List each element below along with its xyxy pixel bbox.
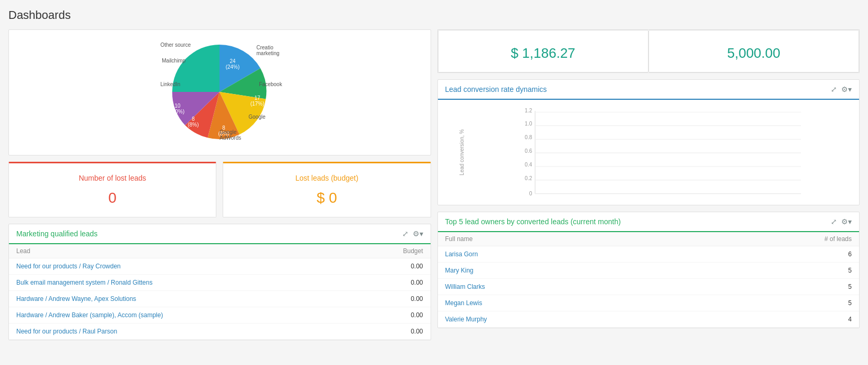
lost-leads-budget-value: $ 0	[232, 190, 422, 206]
svg-text:1.2: 1.2	[525, 108, 532, 113]
pie-ext-label-creatio: Creatiomarketing	[256, 45, 279, 56]
pie-ext-label-linkedin: LinkedIn	[160, 81, 180, 87]
svg-text:1.0: 1.0	[525, 121, 532, 127]
pie-chart-card: 24 (24%) 17 (17%) 8 (8%) 8 (8%) 10 (10%)	[8, 29, 431, 155]
marketing-leads-table-title: Marketing qualified leads	[16, 230, 98, 238]
marketing-leads-settings-icon[interactable]: ⚙▾	[413, 230, 423, 238]
marketing-leads-table: Lead Budget Need for our products / Ray …	[9, 244, 431, 340]
top5-lead-count: 4	[679, 311, 859, 328]
top5-leads-header-row: Full name # of leads	[438, 232, 860, 246]
marketing-lead-budget: 0.00	[356, 324, 431, 340]
marketing-leads-table-header-row: Lead Budget	[9, 244, 431, 258]
pie-label-linkedin-pct: (8%)	[188, 122, 199, 128]
marketing-lead-name[interactable]: Need for our products / Ray Crowden	[9, 258, 356, 275]
top5-leads-row: Mary King 5	[438, 263, 860, 279]
marketing-leads-row: Bulk email management system / Ronald Gi…	[9, 275, 431, 291]
marketing-lead-budget: 0.00	[356, 291, 431, 307]
lead-conversion-svg: 0 0.2 0.4 0.6 0.8 1.0 1.2	[464, 105, 854, 200]
pie-label-creatio-pct: (24%)	[226, 64, 240, 70]
marketing-lead-budget: 0.00	[356, 275, 431, 291]
top5-lead-count: 5	[679, 263, 859, 279]
top5-leads-settings-icon[interactable]: ⚙▾	[841, 217, 852, 226]
marketing-leads-row: Hardware / Andrew Wayne, Apex Solutions …	[9, 291, 431, 307]
top5-lead-count: 6	[679, 246, 859, 263]
top5-leads-row: Valerie Murphy 4	[438, 311, 860, 328]
lost-leads-row: Number of lost leads 0 Lost leads (budge…	[8, 162, 431, 217]
svg-text:0.2: 0.2	[525, 175, 532, 181]
top5-lead-name[interactable]: William Clarks	[438, 279, 680, 295]
kpi-value-2: 5,000.00	[657, 45, 850, 61]
top5-leads-table-card: Top 5 lead owners by converted leads (cu…	[437, 212, 860, 328]
marketing-leads-table-card: Marketing qualified leads ⤢ ⚙▾ Lead Budg…	[8, 224, 431, 340]
marketing-lead-name[interactable]: Hardware / Andrew Wayne, Apex Solutions	[9, 291, 356, 307]
marketing-lead-name[interactable]: Bulk email management system / Ronald Gi…	[9, 275, 356, 291]
top5-leads-actions: ⤢ ⚙▾	[831, 217, 852, 226]
top5-leads-row: Larisa Gorn 6	[438, 246, 860, 263]
svg-text:0.4: 0.4	[525, 162, 532, 168]
left-column: 24 (24%) 17 (17%) 8 (8%) 8 (8%) 10 (10%)	[8, 29, 431, 340]
top5-leads-expand-icon[interactable]: ⤢	[831, 217, 837, 226]
marketing-leads-expand-icon[interactable]: ⤢	[402, 230, 409, 238]
marketing-leads-row: Need for our products / Ray Crowden 0.00	[9, 258, 431, 275]
lost-leads-number-title: Number of lost leads	[17, 174, 207, 182]
pie-label-mailchimp: 10	[175, 103, 181, 109]
pie-ext-label-mailchimp: Mailchimp	[162, 58, 185, 64]
pie-chart-svg-wrapper: 24 (24%) 17 (17%) 8 (8%) 8 (8%) 10 (10%)	[162, 39, 277, 146]
col-budget: Budget	[356, 244, 431, 258]
top5-leads-table: Full name # of leads Larisa Gorn 6 Mary …	[438, 232, 860, 328]
svg-text:0: 0	[529, 191, 532, 196]
col-num-leads: # of leads	[679, 232, 859, 246]
lost-leads-budget-card: Lost leads (budget) $ 0	[223, 162, 431, 217]
marketing-leads-table-header: Marketing qualified leads ⤢ ⚙▾	[9, 224, 431, 244]
marketing-lead-budget: 0.00	[356, 307, 431, 324]
pie-label-creatio: 24	[230, 58, 236, 64]
lost-leads-number-card: Number of lost leads 0	[8, 162, 216, 217]
marketing-leads-row: Need for our products / Raul Parson 0.00	[9, 324, 431, 340]
col-fullname: Full name	[438, 232, 680, 246]
lead-conversion-settings-icon[interactable]: ⚙▾	[841, 85, 852, 93]
pie-ext-label-adwords: GoogleAdWords	[219, 129, 241, 141]
top5-lead-name[interactable]: Mary King	[438, 263, 680, 279]
top5-lead-count: 5	[679, 295, 859, 311]
pie-chart-wrapper: 24 (24%) 17 (17%) 8 (8%) 8 (8%) 10 (10%)	[162, 39, 277, 146]
top5-lead-name[interactable]: Megan Lewis	[438, 295, 680, 311]
kpi-wrapper: $ 1,186.27 5,000.00	[437, 29, 860, 73]
right-column: $ 1,186.27 5,000.00 Lead conversion rate…	[437, 29, 860, 340]
top5-leads-table-title: Top 5 lead owners by converted leads (cu…	[445, 217, 621, 226]
svg-text:0.8: 0.8	[525, 134, 532, 140]
lost-leads-number-value: 0	[17, 190, 207, 206]
kpi-card-2: 5,000.00	[649, 30, 859, 72]
svg-text:0.6: 0.6	[525, 148, 532, 154]
lead-conversion-chart-header: Lead conversion rate dynamics ⤢ ⚙▾	[438, 80, 860, 100]
top5-leads-row: Megan Lewis 5	[438, 295, 860, 311]
kpi-card-1: $ 1,186.27	[438, 30, 649, 72]
marketing-leads-actions: ⤢ ⚙▾	[402, 230, 423, 238]
page-title: Dashboards	[8, 8, 860, 22]
pie-label-mailchimp-pct: (10%)	[171, 109, 185, 114]
pie-ext-label-other: Other source	[160, 42, 191, 48]
top5-lead-name[interactable]: Larisa Gorn	[438, 246, 680, 263]
col-lead: Lead	[9, 244, 356, 258]
lead-conversion-chart-card: Lead conversion rate dynamics ⤢ ⚙▾ Lead …	[437, 79, 860, 205]
marketing-leads-row: Hardware / Andrew Baker (sample), Accom …	[9, 307, 431, 324]
top5-leads-table-header: Top 5 lead owners by converted leads (cu…	[438, 212, 860, 232]
lead-conversion-chart-title: Lead conversion rate dynamics	[445, 85, 547, 93]
y-axis-label: Lead conversion, %	[459, 129, 465, 175]
pie-label-linkedin: 8	[192, 116, 195, 122]
marketing-lead-name[interactable]: Hardware / Andrew Baker (sample), Accom …	[9, 307, 356, 324]
lost-leads-budget-title: Lost leads (budget)	[232, 174, 422, 182]
top5-leads-row: William Clarks 5	[438, 279, 860, 295]
lead-conversion-expand-icon[interactable]: ⤢	[831, 85, 837, 93]
lead-conversion-chart-actions: ⤢ ⚙▾	[831, 85, 852, 93]
top5-lead-name[interactable]: Valerie Murphy	[438, 311, 680, 328]
kpi-value-1: $ 1,186.27	[447, 45, 640, 61]
pie-label-facebook: 17	[255, 95, 261, 101]
pie-label-facebook-pct: (17%)	[250, 101, 265, 107]
marketing-lead-budget: 0.00	[356, 258, 431, 275]
top5-lead-count: 5	[679, 279, 859, 295]
pie-ext-label-facebook: Facebook	[259, 81, 282, 87]
marketing-lead-name[interactable]: Need for our products / Raul Parson	[9, 324, 356, 340]
lead-conversion-chart-area: Lead conversion, % 0 0.2 0.4 0.6	[438, 100, 860, 205]
pie-ext-label-google: Google	[248, 114, 265, 120]
